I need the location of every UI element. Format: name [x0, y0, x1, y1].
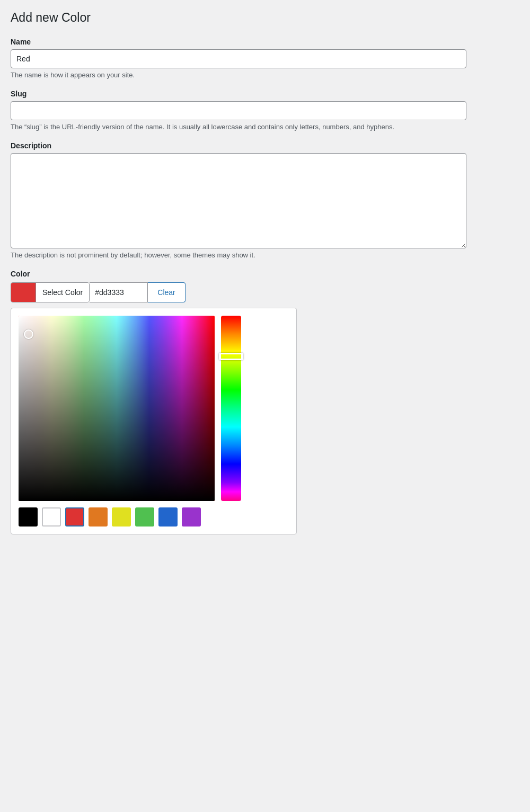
swatch-blue[interactable]: [158, 507, 178, 527]
select-color-button[interactable]: Select Color: [11, 282, 90, 302]
swatch-black[interactable]: [19, 507, 38, 527]
gradient-black-layer: [19, 316, 215, 501]
clear-button[interactable]: Clear: [148, 282, 185, 302]
description-textarea[interactable]: [11, 153, 466, 248]
swatch-orange[interactable]: [89, 507, 108, 527]
page-title: Add new Color: [11, 11, 519, 25]
name-input[interactable]: [11, 49, 466, 68]
hue-slider[interactable]: [221, 316, 241, 501]
color-picker-main: [19, 316, 289, 501]
color-swatches-row: [19, 507, 289, 527]
description-hint: The description is not prominent by defa…: [11, 251, 519, 259]
color-field-group: Color Select Color Clear: [11, 270, 519, 534]
color-swatch-preview: [11, 282, 36, 302]
swatch-green[interactable]: [135, 507, 154, 527]
color-picker-panel: [11, 308, 297, 534]
color-controls: Select Color Clear: [11, 282, 519, 302]
name-hint: The name is how it appears on your site.: [11, 71, 519, 79]
swatch-purple[interactable]: [182, 507, 201, 527]
name-field-group: Name The name is how it appears on your …: [11, 38, 519, 79]
slug-input[interactable]: [11, 101, 466, 120]
name-label: Name: [11, 38, 519, 46]
slug-label: Slug: [11, 90, 519, 98]
hue-slider-track: [221, 316, 241, 501]
swatch-red[interactable]: [65, 507, 84, 527]
description-field-group: Description The description is not promi…: [11, 141, 519, 259]
slug-hint: The “slug” is the URL-friendly version o…: [11, 123, 519, 131]
slug-field-group: Slug The “slug” is the URL-friendly vers…: [11, 90, 519, 131]
color-gradient-canvas[interactable]: [19, 316, 215, 501]
color-hex-input[interactable]: [90, 282, 148, 302]
swatch-yellow[interactable]: [112, 507, 131, 527]
description-label: Description: [11, 141, 519, 150]
select-color-label: Select Color: [36, 282, 89, 302]
color-label: Color: [11, 270, 519, 278]
swatch-white[interactable]: [42, 507, 61, 527]
